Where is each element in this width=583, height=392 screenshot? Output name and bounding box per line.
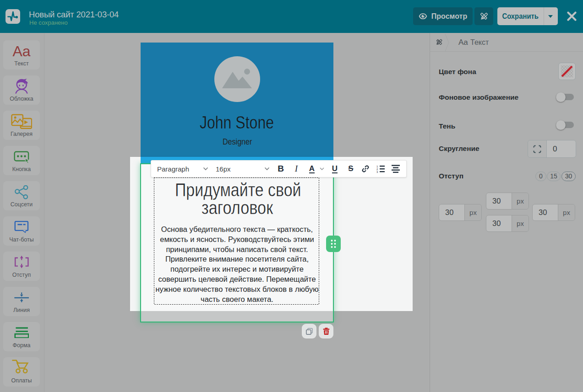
svg-text:3: 3 (376, 171, 378, 173)
